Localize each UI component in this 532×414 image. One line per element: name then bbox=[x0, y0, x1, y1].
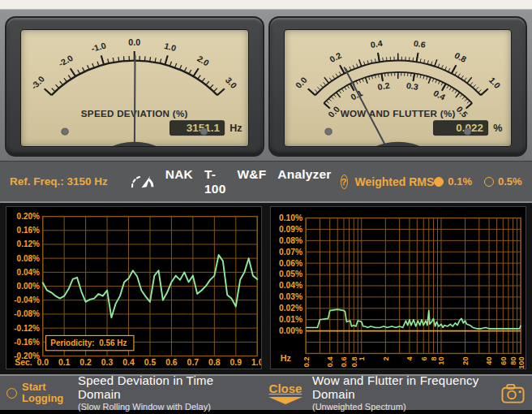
camera-button[interactable] bbox=[493, 382, 526, 404]
frequency-chart-title: Wow and Flutter in Frequency Domain bbox=[312, 373, 493, 401]
svg-text:2.0: 2.0 bbox=[195, 54, 211, 68]
wow-flutter-analyzer-app: -3.0-2.0-1.00.01.02.03.0SPEED DEVIATION … bbox=[0, 0, 532, 414]
frequency-domain-chart: 0.10%0.09%0.08%0.07%0.06%0.05%0.04%0.03%… bbox=[270, 206, 526, 369]
wow-flutter-meter-face: 0.00.20.40.60.81.00.00.10.20.30.40.5WOW … bbox=[284, 29, 513, 147]
svg-text:0.03%: 0.03% bbox=[279, 292, 302, 301]
range-label: 0.5% bbox=[498, 175, 522, 188]
svg-text:0.8: 0.8 bbox=[208, 357, 221, 367]
top-window-strip bbox=[0, 0, 532, 10]
chevron-down-icon bbox=[268, 397, 302, 404]
radio-icon bbox=[434, 177, 444, 187]
range-label: 0.1% bbox=[448, 175, 472, 188]
svg-text:2: 2 bbox=[382, 357, 390, 361]
svg-text:0.1: 0.1 bbox=[58, 357, 71, 367]
svg-text:0.2: 0.2 bbox=[79, 357, 92, 367]
svg-text:0.9: 0.9 bbox=[230, 357, 242, 367]
svg-text:0.10%: 0.10% bbox=[279, 213, 302, 222]
brand-word: W&F bbox=[237, 167, 266, 196]
svg-text:0.56 Hz: 0.56 Hz bbox=[99, 339, 127, 347]
svg-text:3.0: 3.0 bbox=[224, 75, 238, 90]
svg-text:-0.04%: -0.04% bbox=[14, 295, 40, 304]
svg-text:1.0: 1.0 bbox=[163, 41, 178, 53]
svg-text:0.8: 0.8 bbox=[453, 51, 468, 64]
svg-text:-1.0: -1.0 bbox=[90, 41, 107, 54]
start-logging-label: Start Logging bbox=[22, 382, 63, 405]
brand-word: NAK bbox=[165, 167, 193, 196]
svg-text:60: 60 bbox=[500, 357, 508, 365]
svg-text:10: 10 bbox=[437, 357, 445, 365]
svg-text:1.0: 1.0 bbox=[251, 357, 261, 367]
svg-text:0.06%: 0.06% bbox=[279, 259, 302, 268]
svg-text:0.4: 0.4 bbox=[369, 39, 383, 50]
close-label: Close bbox=[269, 382, 302, 395]
svg-text:0.05%: 0.05% bbox=[279, 270, 302, 279]
svg-text:-0.16%: -0.16% bbox=[14, 338, 40, 347]
svg-text:0.08%: 0.08% bbox=[17, 253, 40, 262]
svg-text:0.4: 0.4 bbox=[122, 357, 135, 367]
svg-text:Hz: Hz bbox=[230, 123, 242, 134]
ref-freq-label: Ref. Freq.: 3150 Hz bbox=[10, 175, 108, 188]
svg-text:-3.0: -3.0 bbox=[29, 75, 46, 91]
time-domain-chart: 0.20%0.16%0.12%0.08%0.04%0.00%-0.04%-0.0… bbox=[6, 206, 262, 369]
svg-text:0.02%: 0.02% bbox=[279, 304, 302, 313]
svg-text:100: 100 bbox=[517, 357, 525, 369]
svg-text:4: 4 bbox=[405, 356, 414, 361]
control-bar: Ref. Freq.: 3150 Hz NAKT-100W&FAnalyzer … bbox=[0, 161, 532, 201]
frequency-chart-subtitle: (Unweighted Spectrum) bbox=[312, 402, 493, 412]
range-selector: 0.1%0.5%1.0% bbox=[434, 175, 532, 188]
brand-word: Analyzer bbox=[277, 167, 331, 196]
svg-text:20: 20 bbox=[461, 357, 470, 365]
svg-text:0.4: 0.4 bbox=[431, 88, 447, 101]
svg-text:0.3: 0.3 bbox=[405, 81, 419, 92]
svg-text:0.09%: 0.09% bbox=[279, 225, 302, 234]
svg-text:0.20%: 0.20% bbox=[17, 212, 40, 221]
range-option-0.5%[interactable]: 0.5% bbox=[484, 175, 522, 188]
svg-text:0.04%: 0.04% bbox=[279, 281, 302, 290]
svg-text:1.0: 1.0 bbox=[487, 75, 501, 90]
radio-icon bbox=[6, 388, 17, 399]
svg-text:0.00%: 0.00% bbox=[279, 326, 302, 335]
svg-text:Sec.: Sec. bbox=[15, 357, 32, 367]
close-button[interactable]: Close bbox=[259, 382, 312, 404]
svg-text:0.2: 0.2 bbox=[376, 81, 390, 92]
svg-text:0.6: 0.6 bbox=[413, 39, 427, 50]
svg-text:0.6: 0.6 bbox=[165, 357, 178, 367]
svg-text:6: 6 bbox=[420, 357, 428, 361]
time-chart-subtitle: (Slow Rolling Window with Delay) bbox=[78, 402, 259, 412]
gauge-icon bbox=[129, 171, 156, 192]
svg-text:1: 1 bbox=[358, 357, 366, 361]
svg-text:0.04%: 0.04% bbox=[17, 268, 40, 277]
camera-icon bbox=[500, 382, 526, 404]
svg-text:0.0: 0.0 bbox=[294, 75, 308, 90]
help-icon[interactable]: ? bbox=[341, 175, 348, 189]
charts-section: 0.20%0.16%0.12%0.08%0.04%0.00%-0.04%-0.0… bbox=[0, 201, 532, 374]
svg-text:WOW AND FLUTTER (%): WOW AND FLUTTER (%) bbox=[340, 109, 455, 119]
svg-text:-0.12%: -0.12% bbox=[14, 323, 40, 332]
bottom-bar: Start Logging Speed Deviation in Time Do… bbox=[0, 374, 532, 410]
speed-deviation-meter: -3.0-2.0-1.00.01.02.03.0SPEED DEVIATION … bbox=[5, 16, 264, 157]
time-chart-caption: Speed Deviation in Time Domain (Slow Rol… bbox=[78, 373, 259, 413]
speed-deviation-meter-face: -3.0-2.0-1.00.01.02.03.0SPEED DEVIATION … bbox=[20, 29, 249, 147]
range-option-0.1%[interactable]: 0.1% bbox=[434, 175, 472, 188]
svg-text:0.2: 0.2 bbox=[302, 357, 311, 368]
brand-word: T-100 bbox=[204, 167, 225, 196]
svg-text:0.6: 0.6 bbox=[340, 357, 348, 368]
start-logging-radio[interactable]: Start Logging bbox=[6, 382, 78, 405]
svg-text:0.0: 0.0 bbox=[36, 357, 49, 367]
svg-text:0.01%: 0.01% bbox=[279, 315, 302, 324]
svg-text:0.7: 0.7 bbox=[187, 357, 200, 367]
svg-text:Hz: Hz bbox=[281, 353, 291, 363]
frequency-chart-caption: Wow and Flutter in Frequency Domain (Unw… bbox=[312, 373, 493, 413]
svg-text:0.2: 0.2 bbox=[328, 51, 343, 64]
svg-text:-2.0: -2.0 bbox=[57, 54, 75, 68]
time-chart-title: Speed Deviation in Time Domain bbox=[78, 373, 259, 401]
svg-text:%: % bbox=[493, 123, 502, 134]
wow-flutter-meter: 0.00.20.40.60.81.00.00.10.20.30.40.5WOW … bbox=[268, 16, 528, 157]
svg-text:0.4: 0.4 bbox=[326, 356, 334, 368]
meters-section: -3.0-2.0-1.00.01.02.03.0SPEED DEVIATION … bbox=[0, 10, 532, 161]
weighting-label: Weighted RMS bbox=[355, 175, 435, 188]
svg-text:0.00%: 0.00% bbox=[17, 282, 40, 291]
svg-text:0.5: 0.5 bbox=[144, 357, 157, 367]
svg-text:0.07%: 0.07% bbox=[279, 248, 302, 257]
svg-text:0.0: 0.0 bbox=[128, 38, 140, 47]
